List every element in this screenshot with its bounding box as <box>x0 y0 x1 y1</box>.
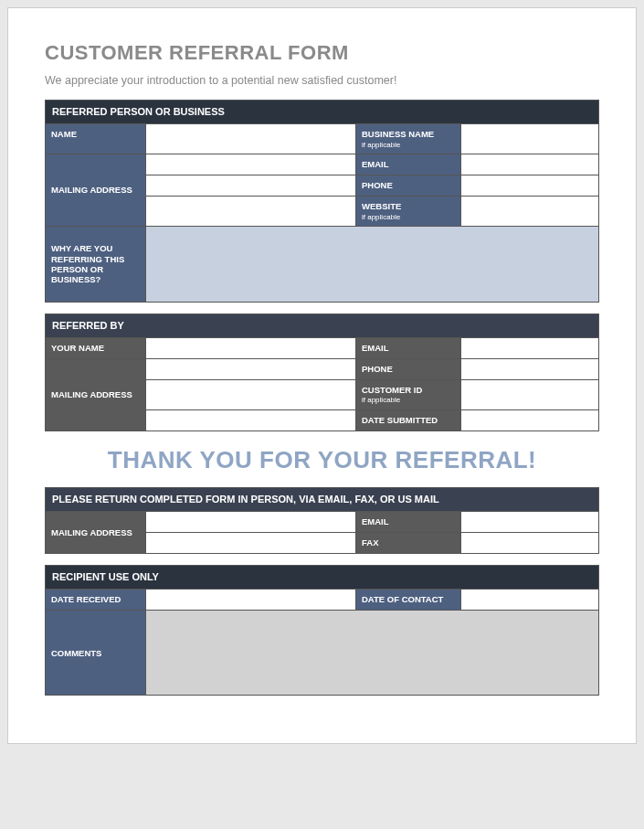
referral-form-page: CUSTOMER REFERRAL FORM We appreciate you… <box>7 7 637 744</box>
s2-mailing1-input[interactable] <box>146 359 355 379</box>
s4-contact-label: DATE OF CONTACT <box>356 590 460 609</box>
s1-mailing1-input[interactable] <box>146 154 355 175</box>
page-subtitle: We appreciate your introduction to a pot… <box>45 74 599 87</box>
section-referred-by: REFERRED BY YOUR NAME EMAIL MAILING ADDR… <box>45 314 599 431</box>
s1-biz-label: BUSINESS NAMEif applicable <box>356 124 460 154</box>
s2-mailing-label: MAILING ADDRESS <box>46 385 145 404</box>
s2-phone-label: PHONE <box>356 359 460 378</box>
s2-phone-input[interactable] <box>461 359 598 379</box>
s4-comments-label: COMMENTS <box>46 615 145 691</box>
page-title: CUSTOMER REFERRAL FORM <box>45 41 599 65</box>
section-referred-person: REFERRED PERSON OR BUSINESS NAME BUSINES… <box>45 100 599 303</box>
s2-cust-input[interactable] <box>461 380 598 400</box>
section-recipient-use: RECIPIENT USE ONLY DATE RECEIVED DATE OF… <box>45 565 599 696</box>
s1-mailing2-input[interactable] <box>146 175 355 196</box>
s1-web-input[interactable] <box>461 197 598 217</box>
s1-email-label: EMAIL <box>356 154 460 174</box>
s2-mailing3-input[interactable] <box>146 410 355 430</box>
s3-mailing-label: MAILING ADDRESS <box>46 523 145 542</box>
s2-name-label: YOUR NAME <box>46 338 145 357</box>
s1-name-input[interactable] <box>146 124 355 144</box>
s3-mailing2-input[interactable] <box>146 533 355 553</box>
s1-phone-input[interactable] <box>461 175 598 196</box>
section-return-instructions: PLEASE RETURN COMPLETED FORM IN PERSON, … <box>45 487 599 554</box>
s3-header: PLEASE RETURN COMPLETED FORM IN PERSON, … <box>46 488 598 511</box>
s3-mailing1-input[interactable] <box>146 512 355 532</box>
s1-name-label: NAME <box>46 124 145 143</box>
s2-email-input[interactable] <box>461 338 598 358</box>
s1-reason-label: WHY ARE YOU REFERRING THIS PERSON OR BUS… <box>46 227 145 302</box>
s1-mailing3-input[interactable] <box>146 197 355 217</box>
s4-recv-label: DATE RECEIVED <box>46 590 145 609</box>
s3-fax-input[interactable] <box>461 533 598 553</box>
s2-cust-label: CUSTOMER IDif applicable <box>356 380 460 409</box>
s3-fax-label: FAX <box>356 533 460 552</box>
s4-recv-input[interactable] <box>146 590 355 610</box>
thank-you-heading: THANK YOU FOR YOUR REFERRAL! <box>45 446 599 474</box>
s2-mailing2-input[interactable] <box>146 380 355 400</box>
s1-biz-input[interactable] <box>461 124 598 144</box>
s2-header: REFERRED BY <box>46 314 598 337</box>
s3-email-input[interactable] <box>461 512 598 532</box>
s1-phone-label: PHONE <box>356 175 460 195</box>
s1-header: REFERRED PERSON OR BUSINESS <box>46 101 598 123</box>
s2-name-input[interactable] <box>146 338 355 358</box>
s4-contact-input[interactable] <box>461 590 598 610</box>
s4-header: RECIPIENT USE ONLY <box>46 566 598 589</box>
s1-mailing-label: MAILING ADDRESS <box>46 180 145 199</box>
s2-date-label: DATE SUBMITTED <box>356 410 460 430</box>
s2-date-input[interactable] <box>461 410 598 430</box>
s1-email-input[interactable] <box>461 154 598 175</box>
s1-web-label: WEBSITEif applicable <box>356 197 460 226</box>
s4-comments-input[interactable] <box>146 611 598 695</box>
s1-reason-input[interactable] <box>146 227 598 291</box>
s2-email-label: EMAIL <box>356 338 460 357</box>
s3-email-label: EMAIL <box>356 512 460 531</box>
